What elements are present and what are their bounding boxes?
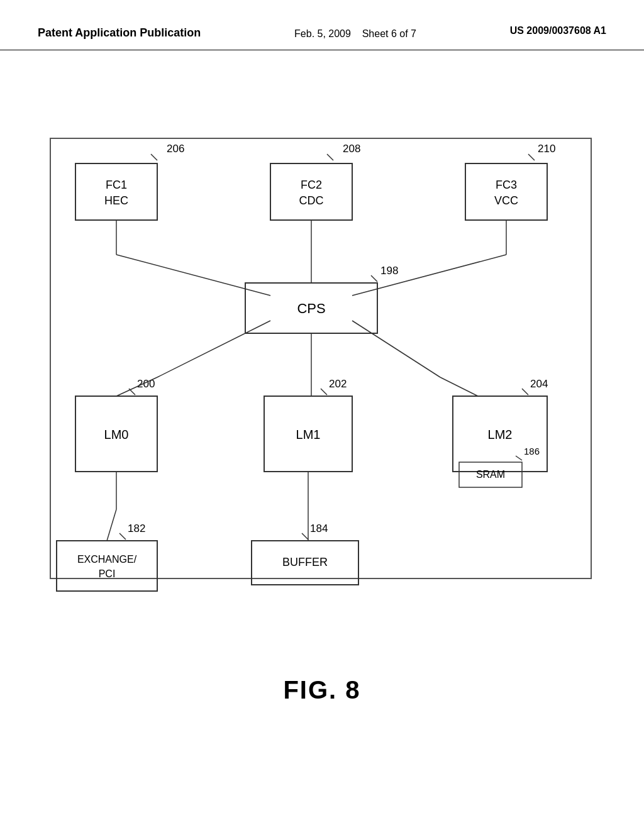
fc1-label-line2: HEC — [104, 194, 128, 207]
fc1-ref: 206 — [167, 143, 184, 155]
fc2-label-line1: FC2 — [301, 179, 322, 191]
lm0-to-exchange-diag — [107, 509, 116, 541]
sram-ref-line — [516, 456, 522, 460]
cps-ref: 198 — [380, 265, 398, 277]
publication-date: Feb. 5, 2009 — [294, 28, 351, 39]
exchange-ref: 182 — [128, 523, 145, 534]
diagram-svg: FC1 HEC 206 FC2 CDC 208 FC3 VCC 210 CPS … — [0, 50, 644, 742]
fc3-label-line1: FC3 — [496, 179, 517, 191]
fc2-label-line2: CDC — [299, 194, 324, 207]
lm2-ref: 204 — [530, 378, 548, 390]
lm2-ref-line — [522, 389, 528, 395]
fc3-box — [465, 163, 547, 220]
exchange-box — [57, 541, 157, 591]
page-header: Patent Application Publication Feb. 5, 2… — [0, 0, 644, 50]
lm0-label: LM0 — [104, 428, 129, 441]
cps-to-lm0-diag — [157, 321, 270, 377]
fc1-ref-line — [151, 154, 157, 160]
cps-label: CPS — [297, 301, 325, 316]
sheet-info: Sheet 6 of 7 — [362, 28, 416, 39]
cps-to-lm2-diag — [352, 321, 440, 377]
header-center: Feb. 5, 2009 Sheet 6 of 7 — [294, 25, 416, 43]
sram-label: SRAM — [476, 469, 505, 480]
fc1-label-line1: FC1 — [106, 179, 127, 191]
exchange-label-line2: PCI — [99, 568, 116, 579]
exchange-label-line1: EXCHANGE/ — [77, 554, 137, 565]
fc3-ref-line — [528, 154, 535, 160]
diagram-area: FC1 HEC 206 FC2 CDC 208 FC3 VCC 210 CPS … — [0, 50, 644, 742]
fc1-box — [75, 163, 157, 220]
lm2-label: LM2 — [488, 428, 513, 441]
fc1-to-cps-diag — [116, 255, 270, 296]
lm1-ref-line — [321, 389, 327, 395]
buffer-ref-line — [302, 533, 308, 540]
fc2-ref: 208 — [343, 143, 360, 155]
buffer-ref: 184 — [310, 523, 328, 534]
lm1-ref: 202 — [329, 378, 347, 390]
exchange-ref-line — [119, 533, 126, 540]
fc3-label-line2: VCC — [494, 194, 518, 207]
figure-label: FIG. 8 — [283, 676, 360, 704]
cps-ref-line — [371, 275, 377, 282]
fc3-to-cps-diag — [352, 255, 506, 296]
lm1-label: LM1 — [296, 428, 321, 441]
fc3-ref: 210 — [538, 143, 555, 155]
publication-title: Patent Application Publication — [38, 25, 201, 41]
patent-number: US 2009/0037608 A1 — [510, 25, 606, 36]
buffer-label: BUFFER — [282, 556, 328, 568]
sram-ref: 186 — [524, 446, 540, 456]
fc2-box — [270, 163, 352, 220]
cps-to-lm2-v — [440, 377, 478, 396]
fc2-ref-line — [327, 154, 333, 160]
